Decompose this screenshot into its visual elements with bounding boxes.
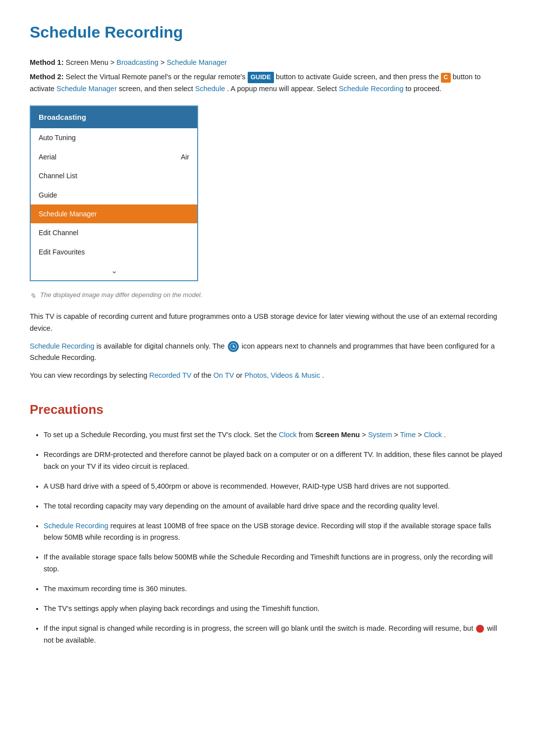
- schedule-manager-link[interactable]: Schedule Manager: [56, 85, 117, 93]
- pencil-icon: ✎: [30, 290, 36, 302]
- precaution-item-360min: The maximum recording time is 360 minute…: [44, 583, 505, 595]
- menu-item-channel-list[interactable]: Channel List: [31, 166, 197, 185]
- precaution-item-drm: Recordings are DRM-protected and therefo…: [44, 449, 505, 473]
- body-para-2: Schedule Recording is available for digi…: [30, 341, 505, 364]
- menu-item-guide[interactable]: Guide: [31, 186, 197, 204]
- broadcasting-link[interactable]: Broadcasting: [116, 58, 159, 66]
- menu-footer-chevron: ⌄: [31, 261, 197, 280]
- system-link[interactable]: System: [368, 431, 392, 439]
- menu-item-edit-channel[interactable]: Edit Channel: [31, 223, 197, 242]
- method1-prefix: Screen Menu >: [66, 58, 117, 66]
- precaution-item-usb: A USB hard drive with a speed of 5,400rp…: [44, 481, 505, 493]
- schedule-recording-precaution-link[interactable]: Schedule Recording: [44, 522, 108, 530]
- schedule-link[interactable]: Schedule: [195, 85, 225, 93]
- schedule-icon: [228, 341, 239, 352]
- menu-item-aerial[interactable]: Aerial Air: [31, 148, 197, 166]
- schedule-manager-breadcrumb-link[interactable]: Schedule Manager: [166, 58, 227, 66]
- precautions-title: Precautions: [30, 400, 505, 420]
- precautions-list: To set up a Schedule Recording, you must…: [30, 429, 505, 647]
- body-para-3: You can view recordings by selecting Rec…: [30, 370, 505, 382]
- method1-label: Method 1:: [30, 58, 63, 66]
- precaution-item-100mb: Schedule Recording requires at least 100…: [44, 520, 505, 544]
- precaution-item-clock: To set up a Schedule Recording, you must…: [44, 429, 505, 441]
- precaution-item-capacity: The total recording capacity may vary de…: [44, 501, 505, 512]
- note-text: The displayed image may differ depending…: [40, 290, 202, 301]
- recorded-tv-link[interactable]: Recorded TV: [149, 371, 191, 379]
- menu-item-schedule-manager[interactable]: Schedule Manager: [31, 204, 197, 223]
- page-title: Schedule Recording: [30, 20, 505, 45]
- menu-header: Broadcasting: [31, 106, 197, 128]
- schedule-recording-method2-link[interactable]: Schedule Recording: [339, 85, 404, 93]
- method2-line: Method 2: Select the Virtual Remote pane…: [30, 71, 505, 95]
- method1-line: Method 1: Screen Menu > Broadcasting > S…: [30, 57, 505, 68]
- guide-button-label: GUIDE: [248, 72, 274, 83]
- c-button-icon: C: [441, 73, 451, 83]
- menu-screenshot: Broadcasting Auto Tuning Aerial Air Chan…: [30, 105, 198, 281]
- on-tv-link[interactable]: On TV: [214, 371, 234, 379]
- schedule-recording-body-link[interactable]: Schedule Recording: [30, 342, 95, 350]
- note-line: ✎ The displayed image may differ dependi…: [30, 290, 505, 302]
- body-para-1: This TV is capable of recording current …: [30, 311, 505, 335]
- menu-item-auto-tuning[interactable]: Auto Tuning: [31, 128, 197, 147]
- precaution-item-timeshift: The TV's settings apply when playing bac…: [44, 603, 505, 615]
- method2-label: Method 2:: [30, 73, 63, 81]
- red-dot-icon: [476, 625, 484, 633]
- clock-link2[interactable]: Clock: [424, 431, 442, 439]
- precaution-item-500mb: If the available storage space falls bel…: [44, 552, 505, 575]
- precaution-item-signal: If the input signal is changed while rec…: [44, 623, 505, 647]
- time-link[interactable]: Time: [400, 431, 416, 439]
- menu-item-edit-favourites[interactable]: Edit Favourites: [31, 243, 197, 261]
- photos-videos-music-link[interactable]: Photos, Videos & Music: [244, 371, 320, 379]
- clock-link[interactable]: Clock: [279, 431, 297, 439]
